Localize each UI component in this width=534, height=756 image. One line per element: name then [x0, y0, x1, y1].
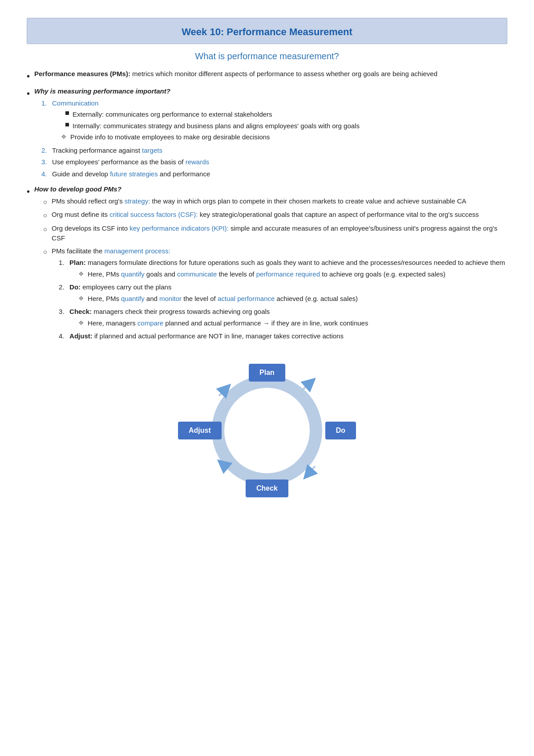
do-text: employees carry out the plans — [81, 283, 171, 291]
mgmt-step-plan: 1. Plan: managers formulate directions f… — [59, 258, 507, 280]
future-highlight: future strategies — [110, 170, 158, 178]
page-title: Week 10: Performance Measurement — [36, 24, 498, 39]
pm-label: Performance measures (PMs): — [34, 70, 130, 77]
plan-diamond-1: ❖ Here, PMs quantify goals and communica… — [78, 269, 505, 280]
why-num-2: 2. — [41, 146, 49, 156]
strategy-text-after: the way in which orgs plan to compete in… — [150, 197, 466, 205]
adjust-content: Adjust: if planned and actual performanc… — [69, 331, 344, 341]
how-item-mgmt: ○ PMs facilitate the management process:… — [43, 246, 507, 343]
sq-bullet-1 — [65, 111, 69, 115]
comm-sub-2: Internally: communicates strategy and bu… — [65, 121, 360, 131]
diamond-icon-check: ❖ — [78, 318, 84, 328]
list-item-pm: • Performance measures (PMs): metrics wh… — [27, 69, 507, 83]
circle-bullet-4: ○ — [43, 247, 47, 257]
guide-text: Guide and develop — [52, 170, 110, 178]
check-text: managers check their progress towards ac… — [92, 308, 270, 315]
why-num-4: 4. — [41, 169, 49, 179]
diagram-container: Plan Do Check Adjust — [27, 359, 507, 502]
mgmt-step-adjust: 4. Adjust: if planned and actual perform… — [59, 331, 507, 341]
csf-highlight: critical success factors (CSF): — [109, 211, 198, 218]
strategy-content: PMs should reflect org's strategy: the w… — [52, 196, 507, 207]
csf-text-after: key strategic/operational goals that cap… — [198, 211, 479, 218]
do-label: Do: — [69, 283, 81, 291]
do-diamond-1: ❖ Here, PMs quantify and monitor the lev… — [78, 294, 358, 304]
why-label: Why is measuring performance important? — [34, 87, 170, 95]
strategy-text-before: PMs should reflect org's — [52, 197, 125, 205]
kpi-text-before: Org develops its CSF into — [52, 224, 129, 232]
page-title-performance: Performance Measurement — [224, 26, 352, 37]
plan-content: Plan: managers formulate directions for … — [69, 258, 505, 280]
why-item-4: 4. Guide and develop future strategies a… — [41, 169, 507, 179]
mgmt-step-check: 3. Check: managers check their progress … — [59, 307, 507, 329]
main-list: • Performance measures (PMs): metrics wh… — [27, 69, 507, 346]
svg-point-0 — [218, 382, 316, 480]
strategy-highlight: strategy: — [125, 197, 150, 205]
how-item-strategy: ○ PMs should reflect org's strategy: the… — [43, 196, 507, 207]
diagram-plan-label: Plan — [249, 364, 285, 382]
rewards-highlight: rewards — [186, 158, 209, 166]
check-num: 3. — [59, 307, 66, 317]
comm-sub-2-text: Internally: communicates strategy and bu… — [73, 121, 360, 131]
diagram-adjust-label: Adjust — [178, 422, 222, 439]
do-diamond-list: ❖ Here, PMs quantify and monitor the lev… — [69, 294, 358, 304]
why-item-4-content: Guide and develop future strategies and … — [52, 169, 210, 179]
list-item-how: • How to develop good PMs? ○ PMs should … — [27, 184, 507, 346]
diamond-icon-1: ❖ — [61, 132, 67, 142]
title-box: Week 10: Performance Measurement — [27, 18, 507, 44]
comm-sub-1-text: Externally: communicates org performance… — [73, 110, 272, 120]
diamond-icon-do: ❖ — [78, 294, 84, 303]
pdca-diagram: Plan Do Check Adjust — [174, 359, 360, 502]
why-item-2-content: Tracking performance against targets — [52, 146, 162, 156]
how-item-kpi: ○ Org develops its CSF into key performa… — [43, 224, 507, 244]
bullet-dot: • — [27, 69, 30, 83]
how-label: How to develop good PMs? — [34, 185, 121, 193]
plan-text: managers formulate directions for future… — [86, 259, 505, 266]
why-list: 1. Communication Externally: communicate… — [34, 98, 507, 179]
adjust-text: if planned and actual performance are NO… — [93, 332, 344, 340]
pm-text: metrics which monitor different aspects … — [132, 70, 437, 77]
mgmt-highlight: management process: — [104, 247, 170, 255]
pm-content: Performance measures (PMs): metrics whic… — [34, 69, 507, 79]
why-item-1-content: Communication Externally: communicates o… — [52, 98, 360, 144]
why-item-1: 1. Communication Externally: communicate… — [41, 98, 507, 144]
mgmt-step-do: 2. Do: employees carry out the plans ❖ H… — [59, 282, 507, 305]
do-num: 2. — [59, 282, 66, 293]
communication-subitems: Externally: communicates org performance… — [52, 110, 360, 131]
kpi-content: Org develops its CSF into key performanc… — [52, 224, 507, 244]
communication-diamond: ❖ Provide info to motivate employees to … — [52, 132, 360, 142]
diagram-do-label: Do — [325, 422, 356, 439]
why-num-3: 3. — [41, 157, 49, 167]
why-item-2: 2. Tracking performance against targets — [41, 146, 507, 156]
mgmt-content: PMs facilitate the management process: 1… — [52, 246, 507, 343]
targets-highlight: targets — [142, 146, 162, 154]
plan-label: Plan: — [69, 259, 86, 266]
communication-label: Communication — [52, 99, 98, 107]
how-item-csf: ○ Org must define its critical success f… — [43, 210, 507, 221]
do-diamond-text: Here, PMs quantify and monitor the level… — [88, 294, 358, 304]
how-list: ○ PMs should reflect org's strategy: the… — [34, 196, 507, 343]
adjust-label: Adjust: — [69, 332, 93, 340]
plan-num: 1. — [59, 258, 66, 268]
plan-diamond-text: Here, PMs quantify goals and communicate… — [88, 269, 445, 280]
why-item-3: 3. Use employees' performance as the bas… — [41, 157, 507, 167]
why-num-1: 1. — [41, 98, 49, 109]
how-content: How to develop good PMs? ○ PMs should re… — [34, 184, 507, 346]
kpi-highlight: key performance indicators (KPI): — [129, 224, 229, 232]
check-label: Check: — [69, 308, 92, 315]
rewards-text: Use employees' performance as the basis … — [52, 158, 186, 166]
circle-bullet-3: ○ — [43, 224, 47, 235]
diagram-check-label: Check — [246, 480, 288, 497]
guide-end: and performance — [158, 170, 210, 178]
circle-bullet-1: ○ — [43, 197, 47, 207]
plan-diamond-list: ❖ Here, PMs quantify goals and communica… — [69, 269, 505, 280]
diamond-icon-plan: ❖ — [78, 269, 84, 279]
tracking-text: Tracking performance against — [52, 146, 142, 154]
csf-text-before: Org must define its — [52, 211, 109, 218]
check-diamond-text: Here, managers compare planned and actua… — [88, 318, 368, 329]
check-content: Check: managers check their progress tow… — [69, 307, 368, 329]
why-content: Why is measuring performance important? … — [34, 86, 507, 181]
mgmt-text-before: PMs facilitate the — [52, 247, 104, 255]
adjust-num: 4. — [59, 331, 66, 341]
check-diamond-1: ❖ Here, managers compare planned and act… — [78, 318, 368, 329]
csf-content: Org must define its critical success fac… — [52, 210, 507, 220]
